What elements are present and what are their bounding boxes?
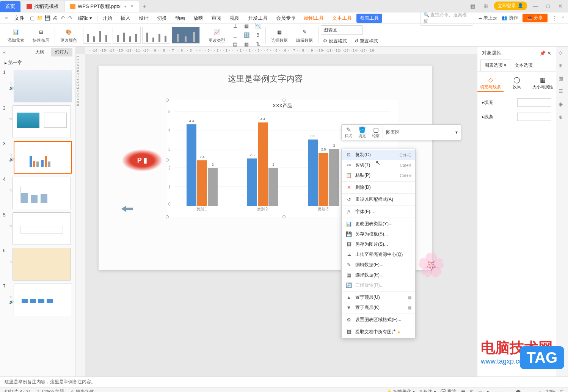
open-icon[interactable]: 📁 xyxy=(36,15,43,22)
menu-devtools[interactable]: 开发工具 xyxy=(244,13,271,23)
view-slideshow-icon[interactable]: ▶ xyxy=(487,389,490,392)
side-icon-5[interactable]: ◉ xyxy=(559,101,566,109)
tab-text-options[interactable]: 文本选项 xyxy=(510,60,537,71)
bar[interactable]: 2.4 xyxy=(197,160,207,206)
mini-outline[interactable]: ▢轮廓 xyxy=(369,126,383,139)
side-icon-1[interactable]: ◇ xyxy=(559,50,566,57)
slide-thumb-5[interactable] xyxy=(13,212,71,245)
ctx-format-area[interactable]: ⚙设置图表区域格式(F)... xyxy=(342,315,415,325)
menu-chart-tools[interactable]: 图表工具 xyxy=(356,14,382,23)
subtab-fill-line[interactable]: ◇填充与线条 xyxy=(477,75,504,92)
menu-edit[interactable]: 编辑 ▾ xyxy=(74,13,96,23)
bar[interactable]: 4.4 xyxy=(258,122,268,206)
ctx-bring-front[interactable]: ▲置于顶层(U)▦ xyxy=(342,292,415,303)
ctx-extract-images[interactable]: 🖼提取文档中所有图片 ♦ xyxy=(342,327,415,337)
menu-review[interactable]: 审阅 xyxy=(208,13,225,23)
bar[interactable]: 3.5 xyxy=(308,140,318,206)
mini-style[interactable]: ✎样式 xyxy=(342,126,355,139)
gridlines-icon[interactable]: ▦ xyxy=(242,22,251,30)
pin-icon[interactable]: 📌 xyxy=(540,50,546,56)
ctx-copy[interactable]: ⎘复制(C)Ctrl+C xyxy=(342,150,415,160)
menu-slideshow[interactable]: 放映 xyxy=(190,13,207,23)
ctx-save-image[interactable]: 🖼另存为图片(S)... xyxy=(342,239,415,249)
ctx-send-back[interactable]: ▼置于底层(K)▦ xyxy=(342,303,415,313)
slide-thumb-7[interactable] xyxy=(14,284,72,316)
axis-icon[interactable]: ⊥ xyxy=(231,22,240,30)
bar[interactable]: 3 xyxy=(329,149,339,206)
data-label-icon[interactable]: 🔢 xyxy=(242,31,251,39)
save-icon[interactable]: 💾 xyxy=(44,15,51,22)
chart-title[interactable]: XXX产品 xyxy=(167,100,398,111)
ribbon-quick-layout[interactable]: ⊞ 快速布局 xyxy=(30,24,52,46)
menu-drawing-tools[interactable]: 绘图工具 xyxy=(300,13,328,23)
missing-font-warning[interactable]: ⚠ 缺失字体 xyxy=(70,389,94,392)
chart-style-2[interactable] xyxy=(113,27,141,44)
menu-insert[interactable]: 插入 xyxy=(117,13,134,23)
ribbon-change-color[interactable]: 🎨 更改颜色 xyxy=(57,24,80,46)
comments-toggle[interactable]: 💬 批注 xyxy=(441,389,457,392)
close-panel-icon[interactable]: ✕ xyxy=(547,50,551,56)
more-icon[interactable]: ⋮ xyxy=(552,16,557,21)
tab-template[interactable]: 找稻壳模板 xyxy=(21,1,64,12)
fit-button[interactable]: ⊡ xyxy=(560,389,563,392)
bar[interactable]: 2 xyxy=(268,168,278,206)
bar[interactable]: 4.3 xyxy=(187,124,196,206)
ctx-reset-match[interactable]: ↺重设以匹配样式(A) xyxy=(342,194,415,205)
mini-fill[interactable]: 🪣填充 xyxy=(355,126,369,139)
close-window-button[interactable]: ✕ xyxy=(556,3,565,9)
menu-text-tools[interactable]: 文本工具 xyxy=(328,13,356,23)
ctx-paste[interactable]: 📋粘贴(P)Ctrl+V xyxy=(342,170,415,180)
apps-icon[interactable]: ⊞ xyxy=(481,3,490,9)
subtab-size[interactable]: ▦大小与属性 xyxy=(530,75,556,92)
maximize-button[interactable]: □ xyxy=(544,3,552,9)
ctx-upload-dao[interactable]: ☁上传至稻壳资源中心(Q) xyxy=(342,249,415,260)
menu-animation[interactable]: 动画 xyxy=(171,13,189,23)
menu-view[interactable]: 视图 xyxy=(226,13,243,23)
fill-section[interactable]: ▸ 填充 xyxy=(477,95,556,110)
set-format-button[interactable]: ⚙ 设置格式 xyxy=(321,37,349,45)
print-icon[interactable]: 🖨 xyxy=(52,15,58,22)
close-tab-icon[interactable]: ✕ xyxy=(130,4,133,8)
axis-title-icon[interactable]: ⎯ xyxy=(231,31,240,39)
trendline-icon[interactable]: 📉 xyxy=(253,22,262,30)
fill-dropdown[interactable] xyxy=(517,98,551,107)
zoom-in-button[interactable]: + xyxy=(539,389,541,392)
slide-thumb-4[interactable] xyxy=(13,177,71,209)
notes-area[interactable]: 这里是举例备注内容，这里是举例备注内容。 xyxy=(0,376,568,387)
ctx-select-data[interactable]: ▦选择数据(E)... xyxy=(342,270,415,280)
tab-home[interactable]: 首页 xyxy=(0,1,20,12)
bar[interactable]: 2.8 xyxy=(319,153,328,206)
notes-toggle[interactable]: ≡ 备注 ▾ xyxy=(419,389,436,392)
bar[interactable]: 2.5 xyxy=(247,158,257,206)
menu-member[interactable]: 会员专享 xyxy=(272,13,300,23)
menu-transition[interactable]: 切换 xyxy=(153,13,171,23)
chart-area-select[interactable]: 图表区 xyxy=(321,25,362,35)
ctx-delete[interactable]: ✕删除(D) xyxy=(342,182,415,193)
slide-thumb-3[interactable] xyxy=(14,141,72,174)
search-input[interactable]: 🔍 查找命令、搜索模板 xyxy=(420,11,473,26)
ribbon-select-data[interactable]: ▦ 选择数据 xyxy=(268,24,291,46)
collapse-ribbon-icon[interactable]: ⌃ xyxy=(561,16,565,21)
slide-thumb-1[interactable] xyxy=(14,70,72,102)
ctx-save-template[interactable]: 💾另存为模板(S)... xyxy=(342,229,415,239)
view-reading-icon[interactable]: ▭ xyxy=(478,389,482,392)
side-icon-3[interactable]: ▦ xyxy=(559,75,566,83)
chapter-header[interactable]: ▸ 第一章 xyxy=(0,57,75,68)
side-icon-4[interactable]: ☰ xyxy=(559,88,566,96)
chart-style-1[interactable] xyxy=(83,27,111,44)
collapse-panel-icon[interactable]: « xyxy=(3,49,6,55)
slide-thumb-6[interactable] xyxy=(13,248,71,281)
arrow-shape[interactable] xyxy=(121,206,133,212)
menu-file[interactable]: 文件 xyxy=(11,13,28,23)
outline-view-button[interactable]: 大纲 xyxy=(31,48,48,56)
zoom-slider[interactable]: ———⬤——— xyxy=(502,389,534,392)
zoom-out-button[interactable]: − xyxy=(495,389,497,392)
chart-style-4[interactable] xyxy=(172,27,200,44)
menu-design[interactable]: 设计 xyxy=(135,13,152,23)
bar[interactable]: 2 xyxy=(208,168,218,206)
ribbon-add-element[interactable]: 📊 添加元素 xyxy=(5,24,27,46)
add-tab-button[interactable]: + xyxy=(140,2,149,11)
menu-icon[interactable]: ≡ xyxy=(3,15,10,22)
side-icon-6[interactable]: ⊕ xyxy=(559,114,566,122)
ribbon-edit-data[interactable]: ✎ 编辑数据 xyxy=(293,24,316,46)
